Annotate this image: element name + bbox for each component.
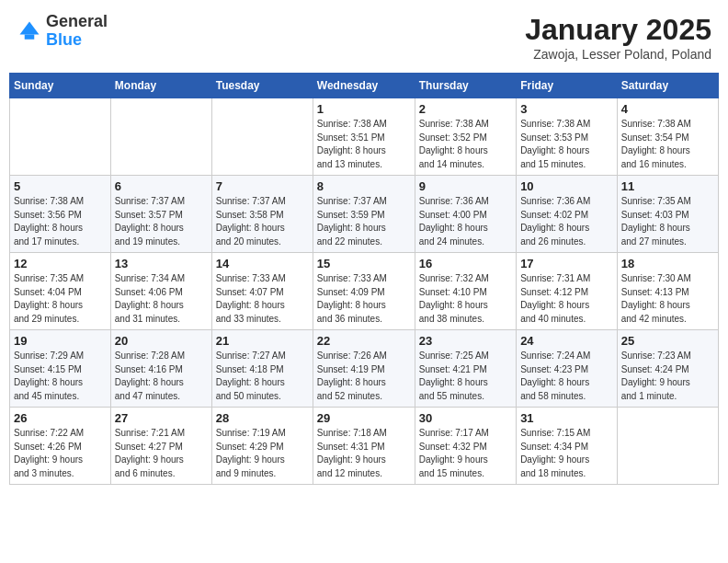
day-number: 9 xyxy=(419,179,512,193)
calendar-cell xyxy=(10,98,111,176)
calendar-week-row: 12Sunrise: 7:35 AM Sunset: 4:04 PM Dayli… xyxy=(10,253,719,330)
svg-marker-0 xyxy=(20,21,40,34)
day-number: 20 xyxy=(115,334,208,348)
weekday-header-saturday: Saturday xyxy=(617,74,718,98)
day-info: Sunrise: 7:19 AM Sunset: 4:29 PM Dayligh… xyxy=(216,427,309,480)
calendar-cell: 4Sunrise: 7:38 AM Sunset: 3:54 PM Daylig… xyxy=(617,98,718,176)
day-info: Sunrise: 7:26 AM Sunset: 4:19 PM Dayligh… xyxy=(317,350,411,403)
day-number: 22 xyxy=(317,334,411,348)
day-info: Sunrise: 7:28 AM Sunset: 4:16 PM Dayligh… xyxy=(115,350,208,403)
day-info: Sunrise: 7:38 AM Sunset: 3:51 PM Dayligh… xyxy=(317,118,411,171)
day-number: 6 xyxy=(115,179,208,193)
day-info: Sunrise: 7:29 AM Sunset: 4:15 PM Dayligh… xyxy=(14,350,107,403)
calendar-cell: 16Sunrise: 7:32 AM Sunset: 4:10 PM Dayli… xyxy=(415,253,516,330)
day-info: Sunrise: 7:37 AM Sunset: 3:57 PM Dayligh… xyxy=(115,195,208,248)
calendar-cell: 6Sunrise: 7:37 AM Sunset: 3:57 PM Daylig… xyxy=(110,176,211,253)
calendar-week-row: 26Sunrise: 7:22 AM Sunset: 4:26 PM Dayli… xyxy=(10,408,719,485)
calendar-cell: 20Sunrise: 7:28 AM Sunset: 4:16 PM Dayli… xyxy=(110,330,211,408)
calendar-cell: 10Sunrise: 7:36 AM Sunset: 4:02 PM Dayli… xyxy=(517,176,618,253)
day-number: 5 xyxy=(14,179,107,193)
calendar-cell: 5Sunrise: 7:38 AM Sunset: 3:56 PM Daylig… xyxy=(10,176,111,253)
calendar-cell: 28Sunrise: 7:19 AM Sunset: 4:29 PM Dayli… xyxy=(211,408,313,485)
calendar-cell: 21Sunrise: 7:27 AM Sunset: 4:18 PM Dayli… xyxy=(211,330,313,408)
day-info: Sunrise: 7:33 AM Sunset: 4:09 PM Dayligh… xyxy=(317,272,411,326)
calendar-cell xyxy=(211,98,313,176)
day-info: Sunrise: 7:36 AM Sunset: 4:00 PM Dayligh… xyxy=(419,195,512,248)
day-number: 15 xyxy=(317,257,411,270)
calendar-cell: 8Sunrise: 7:37 AM Sunset: 3:59 PM Daylig… xyxy=(313,176,415,253)
calendar-table: SundayMondayTuesdayWednesdayThursdayFrid… xyxy=(9,73,719,485)
weekday-header-thursday: Thursday xyxy=(415,74,516,98)
month-title: January 2025 xyxy=(525,13,711,47)
calendar-cell: 27Sunrise: 7:21 AM Sunset: 4:27 PM Dayli… xyxy=(110,408,211,485)
day-number: 28 xyxy=(216,411,309,425)
day-number: 27 xyxy=(115,411,208,425)
day-info: Sunrise: 7:37 AM Sunset: 3:58 PM Dayligh… xyxy=(216,195,309,248)
calendar-cell xyxy=(617,408,718,485)
svg-rect-1 xyxy=(25,34,35,39)
day-number: 30 xyxy=(419,411,512,425)
day-info: Sunrise: 7:38 AM Sunset: 3:52 PM Dayligh… xyxy=(419,118,512,171)
logo: General Blue xyxy=(17,13,108,50)
day-number: 17 xyxy=(520,257,613,270)
day-number: 13 xyxy=(115,257,208,270)
day-info: Sunrise: 7:17 AM Sunset: 4:32 PM Dayligh… xyxy=(419,427,512,480)
day-info: Sunrise: 7:25 AM Sunset: 4:21 PM Dayligh… xyxy=(419,350,512,403)
calendar-week-row: 19Sunrise: 7:29 AM Sunset: 4:15 PM Dayli… xyxy=(10,330,719,408)
calendar-cell: 23Sunrise: 7:25 AM Sunset: 4:21 PM Dayli… xyxy=(415,330,516,408)
logo-general-text: General xyxy=(46,12,108,30)
day-info: Sunrise: 7:22 AM Sunset: 4:26 PM Dayligh… xyxy=(14,427,107,480)
calendar-cell: 25Sunrise: 7:23 AM Sunset: 4:24 PM Dayli… xyxy=(617,330,718,408)
day-number: 11 xyxy=(621,179,714,193)
calendar-cell: 22Sunrise: 7:26 AM Sunset: 4:19 PM Dayli… xyxy=(313,330,415,408)
location-title: Zawoja, Lesser Poland, Poland xyxy=(525,47,711,62)
day-info: Sunrise: 7:38 AM Sunset: 3:54 PM Dayligh… xyxy=(621,118,714,171)
weekday-header-row: SundayMondayTuesdayWednesdayThursdayFrid… xyxy=(10,74,719,98)
day-number: 24 xyxy=(520,334,613,348)
calendar-week-row: 1Sunrise: 7:38 AM Sunset: 3:51 PM Daylig… xyxy=(10,98,719,176)
calendar-cell: 12Sunrise: 7:35 AM Sunset: 4:04 PM Dayli… xyxy=(10,253,111,330)
day-info: Sunrise: 7:34 AM Sunset: 4:06 PM Dayligh… xyxy=(115,272,208,326)
day-number: 31 xyxy=(520,411,613,425)
day-number: 26 xyxy=(14,411,107,425)
day-info: Sunrise: 7:31 AM Sunset: 4:12 PM Dayligh… xyxy=(520,272,613,326)
calendar-cell: 24Sunrise: 7:24 AM Sunset: 4:23 PM Dayli… xyxy=(517,330,618,408)
day-info: Sunrise: 7:24 AM Sunset: 4:23 PM Dayligh… xyxy=(520,350,613,403)
day-number: 8 xyxy=(317,179,411,193)
day-number: 18 xyxy=(621,257,714,270)
day-info: Sunrise: 7:35 AM Sunset: 4:04 PM Dayligh… xyxy=(14,272,107,326)
day-number: 23 xyxy=(419,334,512,348)
day-number: 4 xyxy=(621,102,714,116)
logo-blue-text: Blue xyxy=(46,30,82,49)
day-info: Sunrise: 7:38 AM Sunset: 3:53 PM Dayligh… xyxy=(520,118,613,171)
day-number: 1 xyxy=(317,102,411,116)
day-number: 16 xyxy=(419,257,512,270)
day-info: Sunrise: 7:15 AM Sunset: 4:34 PM Dayligh… xyxy=(520,427,613,480)
calendar-cell: 31Sunrise: 7:15 AM Sunset: 4:34 PM Dayli… xyxy=(517,408,618,485)
calendar-cell: 7Sunrise: 7:37 AM Sunset: 3:58 PM Daylig… xyxy=(211,176,313,253)
day-number: 12 xyxy=(14,257,107,270)
calendar-cell: 19Sunrise: 7:29 AM Sunset: 4:15 PM Dayli… xyxy=(10,330,111,408)
day-info: Sunrise: 7:37 AM Sunset: 3:59 PM Dayligh… xyxy=(317,195,411,248)
weekday-header-monday: Monday xyxy=(110,74,211,98)
weekday-header-wednesday: Wednesday xyxy=(313,74,415,98)
calendar-cell: 17Sunrise: 7:31 AM Sunset: 4:12 PM Dayli… xyxy=(517,253,618,330)
calendar-week-row: 5Sunrise: 7:38 AM Sunset: 3:56 PM Daylig… xyxy=(10,176,719,253)
day-number: 21 xyxy=(216,334,309,348)
day-info: Sunrise: 7:32 AM Sunset: 4:10 PM Dayligh… xyxy=(419,272,512,326)
day-number: 25 xyxy=(621,334,714,348)
calendar-cell: 18Sunrise: 7:30 AM Sunset: 4:13 PM Dayli… xyxy=(617,253,718,330)
calendar-cell: 1Sunrise: 7:38 AM Sunset: 3:51 PM Daylig… xyxy=(313,98,415,176)
day-info: Sunrise: 7:30 AM Sunset: 4:13 PM Dayligh… xyxy=(621,272,714,326)
day-info: Sunrise: 7:33 AM Sunset: 4:07 PM Dayligh… xyxy=(216,272,309,326)
calendar-cell: 15Sunrise: 7:33 AM Sunset: 4:09 PM Dayli… xyxy=(313,253,415,330)
weekday-header-tuesday: Tuesday xyxy=(211,74,313,98)
day-number: 19 xyxy=(14,334,107,348)
day-number: 29 xyxy=(317,411,411,425)
logo-icon xyxy=(17,18,42,44)
title-block: January 2025 Zawoja, Lesser Poland, Pola… xyxy=(525,13,711,62)
calendar-cell: 14Sunrise: 7:33 AM Sunset: 4:07 PM Dayli… xyxy=(211,253,313,330)
calendar-cell: 30Sunrise: 7:17 AM Sunset: 4:32 PM Dayli… xyxy=(415,408,516,485)
day-info: Sunrise: 7:27 AM Sunset: 4:18 PM Dayligh… xyxy=(216,350,309,403)
calendar-cell: 29Sunrise: 7:18 AM Sunset: 4:31 PM Dayli… xyxy=(313,408,415,485)
